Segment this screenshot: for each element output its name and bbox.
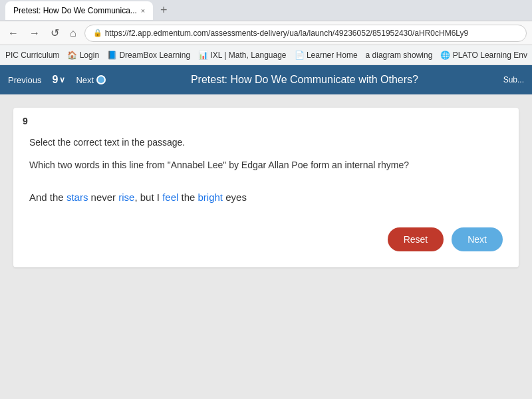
next-button[interactable]: Next <box>452 227 503 251</box>
bookmark-login[interactable]: 🏠 Login <box>67 51 99 60</box>
content-area: 9 Select the correct text in the passage… <box>0 94 532 399</box>
home-button[interactable]: ⌂ <box>67 26 79 41</box>
bookmark-ixl[interactable]: 📊 IXL | Math, Language <box>198 51 286 60</box>
next-circle-icon <box>96 75 106 84</box>
bookmark-label: PIC Curriculum <box>5 51 59 60</box>
bookmark-label: 🌐 PLATO Learning Env <box>440 51 527 60</box>
new-tab-btn[interactable]: + <box>156 3 172 19</box>
next-header-label: Next <box>76 75 94 85</box>
prev-button[interactable]: Previous <box>8 75 42 85</box>
instruction-text: Select the correct text in the passage. <box>29 137 503 148</box>
url-text: https://f2.app.edmentum.com/assessments-… <box>105 29 469 38</box>
bookmark-label: 📄 Learner Home <box>295 51 358 60</box>
word-stars[interactable]: stars <box>66 192 88 203</box>
question-number-display[interactable]: 9 ∨ <box>53 74 66 86</box>
prev-label: Previous <box>8 75 42 85</box>
page-title: Pretest: How Do We Communicate with Othe… <box>116 74 492 86</box>
url-bar[interactable]: 🔒 https://f2.app.edmentum.com/assessment… <box>84 25 527 42</box>
bookmark-label: 🏠 Login <box>67 51 99 60</box>
bookmark-diagram[interactable]: a diagram showing <box>366 51 433 60</box>
passage-text2: , but I <box>134 192 162 203</box>
question-card: 9 Select the correct text in the passage… <box>13 108 519 267</box>
bookmark-label: 📊 IXL | Math, Language <box>198 51 286 60</box>
passage-prefix: And the <box>29 192 66 203</box>
action-buttons: Reset Next <box>29 227 503 251</box>
word-bright[interactable]: bright <box>198 192 223 203</box>
back-button[interactable]: ← <box>5 26 21 41</box>
passage-text3: the <box>178 192 198 203</box>
question-badge: 9 <box>23 116 28 126</box>
question-text: Which two words in this line from "Annab… <box>29 158 503 172</box>
bookmark-plato[interactable]: 🌐 PLATO Learning Env <box>440 51 527 60</box>
active-tab[interactable]: Pretest: How Do We Communica... × <box>5 1 153 20</box>
bookmark-label: a diagram showing <box>366 51 433 60</box>
question-num-value: 9 <box>53 74 59 86</box>
bookmark-label: 📘 DreamBox Learning <box>107 51 190 60</box>
word-rise[interactable]: rise <box>118 192 134 203</box>
bookmark-dreambox[interactable]: 📘 DreamBox Learning <box>107 51 190 60</box>
tab-title: Pretest: How Do We Communica... <box>13 6 137 15</box>
bookmarks-bar: PIC Curriculum 🏠 Login 📘 DreamBox Learni… <box>0 45 532 65</box>
lock-icon: 🔒 <box>93 29 102 37</box>
bookmark-learner-home[interactable]: 📄 Learner Home <box>295 51 358 60</box>
word-feel[interactable]: feel <box>162 192 178 203</box>
next-header-button[interactable]: Next <box>76 75 106 85</box>
passage-line: And the stars never rise, but I feel the… <box>29 188 503 206</box>
tab-close-btn[interactable]: × <box>141 7 145 15</box>
refresh-button[interactable]: ↺ <box>48 25 62 41</box>
app-header: Previous 9 ∨ Next Pretest: How Do We Com… <box>0 65 532 94</box>
reset-button[interactable]: Reset <box>388 227 444 251</box>
bookmark-pic-curriculum[interactable]: PIC Curriculum <box>5 51 59 60</box>
submit-small-label: Sub... <box>503 75 524 84</box>
chevron-down-icon: ∨ <box>59 75 65 84</box>
passage-text4: eyes <box>223 192 247 203</box>
forward-button[interactable]: → <box>27 26 43 41</box>
browser-tab-bar: Pretest: How Do We Communica... × + <box>0 0 532 21</box>
passage-text1: never <box>88 192 118 203</box>
address-bar: ← → ↺ ⌂ 🔒 https://f2.app.edmentum.com/as… <box>0 21 532 45</box>
